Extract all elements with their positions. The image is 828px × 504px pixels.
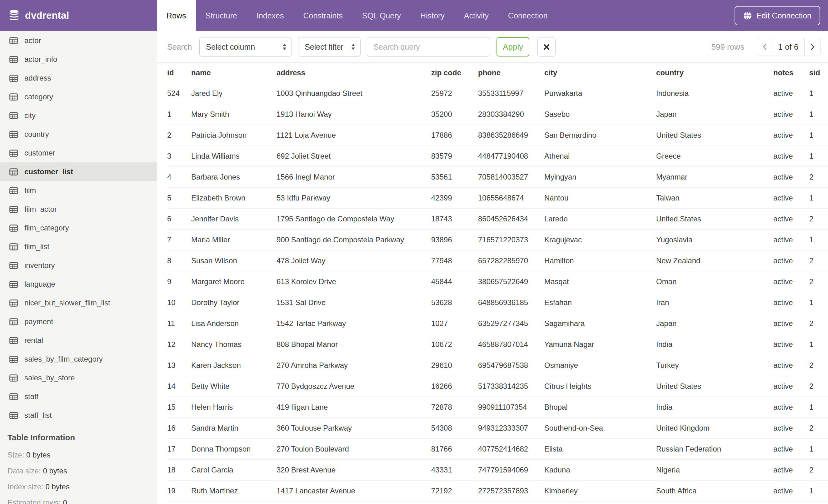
cell-sid: 1 — [809, 439, 828, 459]
table-row[interactable]: 12Nancy Thomas808 Bhopal Manor1067246588… — [167, 334, 828, 355]
sidebar-item-inventory[interactable]: inventory — [0, 256, 157, 275]
cell-sid: 1 — [809, 292, 828, 313]
cell-zip-code: 10672 — [431, 334, 478, 355]
table-row[interactable]: 9Margaret Moore613 Korolev Drive45844380… — [167, 271, 828, 292]
next-page-button[interactable] — [804, 38, 820, 56]
table-row[interactable]: 13Karen Jackson270 Amroha Parkway2961069… — [167, 355, 828, 376]
sidebar-item-address[interactable]: address — [0, 69, 157, 87]
cell-name: Susan Wilson — [191, 250, 277, 271]
cell-zip-code: 42399 — [431, 187, 478, 208]
cell-address: 692 Joliet Street — [277, 145, 431, 167]
cell-notes: active — [773, 480, 809, 501]
sidebar-item-film[interactable]: film — [0, 181, 157, 200]
cell-address: 53 Idfu Parkway — [277, 187, 431, 208]
table-body: 524Jared Ely1003 Qinhuangdao Street25972… — [167, 83, 828, 501]
sidebar-item-film-category[interactable]: film_category — [0, 219, 157, 237]
table-row[interactable]: 16Sandra Martin360 Toulouse Parkway54308… — [167, 417, 828, 439]
sidebar-item-sales-by-store[interactable]: sales_by_store — [0, 368, 157, 387]
table-row[interactable]: 8Susan Wilson478 Joliet Way7794865728228… — [167, 250, 828, 271]
column-header-zip-code: zip code — [431, 63, 478, 83]
cell-zip-code: 17886 — [431, 125, 478, 145]
table-row[interactable]: 2Patricia Johnson1121 Loja Avenue1788683… — [167, 125, 828, 145]
cell-id: 6 — [167, 208, 191, 229]
table-icon — [9, 412, 18, 419]
cell-city: Athenai — [544, 145, 656, 167]
column-header-address: address — [277, 63, 431, 83]
tab-sql-query[interactable]: SQL Query — [353, 0, 411, 31]
table-row[interactable]: 7Maria Miller900 Santiago de Compostela … — [167, 229, 828, 250]
results-grid: idnameaddresszip codephonecitycountrynot… — [157, 62, 828, 502]
sidebar-item-film-actor[interactable]: film_actor — [0, 200, 157, 219]
cell-zip-code: 35200 — [431, 104, 478, 125]
table-row[interactable]: 11Lisa Anderson1542 Tarlac Parkway102763… — [167, 313, 828, 334]
sidebar-item-customer[interactable]: customer — [0, 144, 157, 163]
sidebar-item-customer-list[interactable]: customer_list — [0, 163, 157, 181]
cell-id: 524 — [167, 83, 191, 104]
edit-connection-button[interactable]: Edit Connection — [735, 6, 820, 25]
sidebar-item-staff-list[interactable]: staff_list — [0, 406, 157, 425]
table-row[interactable]: 6Jennifer Davis1795 Santiago de Composte… — [167, 208, 828, 229]
table-row[interactable]: 1Mary Smith1913 Hanoi Way352002830338429… — [167, 104, 828, 125]
table-row[interactable]: 14Betty White770 Bydgoszcz Avenue1626651… — [167, 376, 828, 397]
sidebar-item-actor[interactable]: actor — [0, 31, 157, 50]
cell-city: Masqat — [544, 271, 656, 292]
sidebar-item-category[interactable]: category — [0, 87, 157, 106]
sidebar-item-staff[interactable]: staff — [0, 387, 157, 406]
clear-search-button[interactable] — [537, 37, 555, 56]
sidebar-item-label: inventory — [25, 261, 55, 270]
sidebar-item-sales-by-film-category[interactable]: sales_by_film_category — [0, 350, 157, 368]
sidebar-item-city[interactable]: city — [0, 106, 157, 125]
cell-city: Yamuna Nagar — [544, 334, 656, 355]
sidebar-item-label: address — [25, 74, 51, 83]
sidebar-item-label: film_actor — [25, 205, 57, 214]
search-toolbar: Search Select column Select filter Apply — [157, 31, 828, 62]
cell-country: Japan — [656, 313, 773, 334]
sidebar-item-label: rental — [25, 336, 43, 345]
column-header-sid: sid — [809, 63, 828, 83]
cell-sid: 2 — [809, 208, 828, 229]
table-row[interactable]: 18Carol Garcia320 Brest Avenue4333174779… — [167, 459, 828, 480]
table-row[interactable]: 5Elizabeth Brown53 Idfu Parkway423991065… — [167, 187, 828, 208]
tab-connection[interactable]: Connection — [498, 0, 557, 31]
tab-history[interactable]: History — [411, 0, 454, 31]
table-icon — [9, 318, 18, 325]
table-row[interactable]: 19Ruth Martinez1417 Lancaster Avenue7219… — [167, 480, 828, 501]
apply-button[interactable]: Apply — [496, 37, 529, 56]
table-row[interactable]: 4Barbara Jones1566 Inegl Manor5356170581… — [167, 167, 828, 187]
column-header-notes: notes — [773, 63, 809, 83]
table-row[interactable]: 15Helen Harris419 Iligan Lane72878990911… — [167, 397, 828, 417]
previous-page-button[interactable] — [757, 38, 772, 56]
tab-constraints[interactable]: Constraints — [294, 0, 353, 31]
table-row[interactable]: 3Linda Williams692 Joliet Street83579448… — [167, 145, 828, 167]
table-row[interactable]: 10Dorothy Taylor1531 Sal Drive5362864885… — [167, 292, 828, 313]
x-icon — [543, 43, 550, 51]
cell-sid: 2 — [809, 250, 828, 271]
column-select[interactable]: Select column — [199, 37, 292, 56]
sidebar-item-payment[interactable]: payment — [0, 312, 157, 331]
sidebar-item-country[interactable]: country — [0, 125, 157, 144]
tab-activity[interactable]: Activity — [454, 0, 498, 31]
cell-id: 14 — [167, 376, 191, 397]
cell-address: 1913 Hanoi Way — [277, 104, 431, 125]
sidebar-item-language[interactable]: language — [0, 275, 157, 293]
cell-phone: 28303384290 — [478, 104, 544, 125]
table-icon — [9, 93, 18, 100]
search-query-input[interactable] — [367, 37, 490, 56]
filter-select[interactable]: Select filter — [298, 37, 361, 56]
tab-rows[interactable]: Rows — [157, 0, 196, 31]
tab-structure[interactable]: Structure — [196, 0, 247, 31]
cell-notes: active — [773, 439, 809, 459]
filter-select-value: Select filter — [305, 42, 343, 51]
cell-address: 1417 Lancaster Avenue — [277, 480, 431, 501]
sidebar-item-rental[interactable]: rental — [0, 331, 157, 350]
sidebar-item-film-list[interactable]: film_list — [0, 237, 157, 256]
sidebar-item-nicer-but-slower-film-list[interactable]: nicer_but_slower_film_list — [0, 293, 157, 312]
column-select-value: Select column — [206, 42, 255, 51]
table-icon — [9, 149, 18, 157]
cell-city: Purwakarta — [544, 83, 656, 104]
table-row[interactable]: 524Jared Ely1003 Qinhuangdao Street25972… — [167, 83, 828, 104]
table-info-stat: Index size: 0 bytes — [7, 483, 157, 491]
table-row[interactable]: 17Donna Thompson270 Toulon Boulevard8176… — [167, 439, 828, 459]
sidebar-item-actor-info[interactable]: actor_info — [0, 50, 157, 69]
tab-indexes[interactable]: Indexes — [247, 0, 294, 31]
